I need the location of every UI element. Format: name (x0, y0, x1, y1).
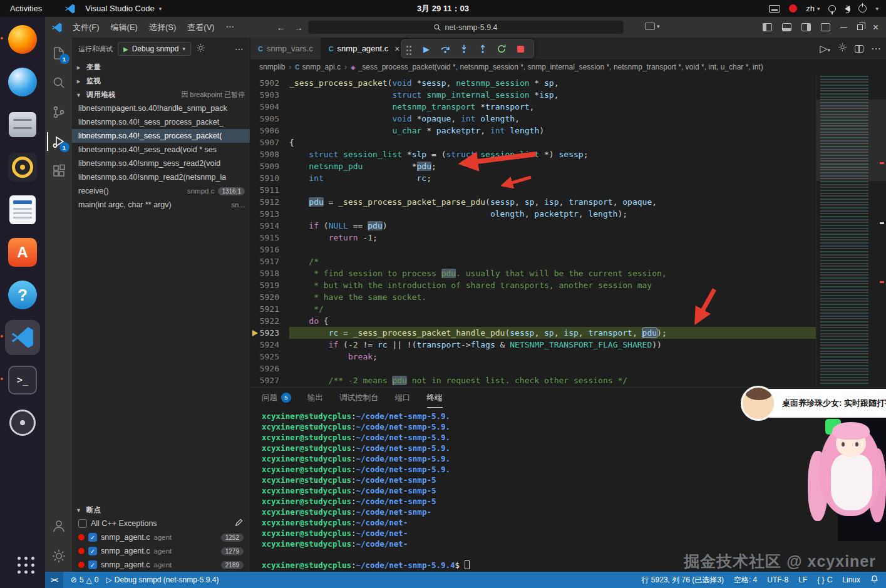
menu-item-0[interactable]: 文件(F) (68, 20, 105, 35)
panel-tab-问题[interactable]: 问题5 (262, 388, 291, 408)
restart-button[interactable] (496, 43, 507, 54)
debug-settings-gear-icon[interactable] (196, 43, 205, 54)
dock-item-terminal[interactable]: >_ (5, 363, 40, 398)
code-editor[interactable]: 5902_sess_process_packet(void *sessp, ne… (250, 75, 886, 387)
breadcrumb-item[interactable]: snmplib (259, 63, 285, 71)
cursor-position[interactable]: 行 5923, 列 76 (已选择3) (642, 575, 724, 585)
app-menu[interactable]: Visual Studio Code ▾ (52, 3, 168, 14)
breakpoint-item[interactable]: ✓snmp_agent.cagent1279 (72, 544, 250, 558)
section-breakpoints[interactable]: ▾ 断点 (72, 503, 250, 517)
toggle-panel-icon[interactable] (782, 23, 791, 31)
panel-tab-调试控制台[interactable]: 调试控制台 (339, 388, 379, 408)
search-icon[interactable] (47, 71, 71, 95)
gutter[interactable]: 5921 (250, 303, 289, 315)
callstack-frame[interactable]: libnetsnmp.so.40!snmp_read2(netsnmp_la (72, 170, 250, 184)
run-file-button[interactable]: ▷▾ (820, 43, 830, 54)
gutter[interactable]: 5922 (250, 315, 289, 327)
breakpoint-item[interactable]: ✓snmp_agent.cagent2189 (72, 558, 250, 572)
edit-pencil-icon[interactable] (234, 518, 244, 529)
callstack-frame[interactable]: libnetsnmp.so.40!_sess_process_packet( (72, 129, 250, 143)
language-status[interactable]: { } C (817, 575, 832, 584)
indentation-status[interactable]: 空格: 4 (734, 575, 757, 585)
callstack-frame[interactable]: libnetsnmpagent.so.40!handle_snmp_pack (72, 101, 250, 115)
encoding-status[interactable]: UTF-8 (767, 575, 788, 584)
forward-button[interactable]: → (294, 23, 303, 33)
step-into-button[interactable] (458, 43, 470, 54)
gutter[interactable]: 5904 (250, 101, 289, 113)
dock-item-chat[interactable] (5, 64, 40, 100)
notifications-bell-icon[interactable] (870, 575, 878, 585)
callstack-frame[interactable]: main(int argc, char ** argv)sn... (72, 198, 250, 212)
keyboard-icon[interactable] (769, 5, 780, 13)
gutter[interactable]: 5912 (250, 196, 289, 208)
callstack-frame[interactable]: libnetsnmp.so.40!_sess_read(void * ses (72, 143, 250, 157)
gutter[interactable]: 5905 (250, 113, 289, 125)
start-debug-icon[interactable]: ▶ (123, 46, 128, 53)
dock-item-firefox[interactable] (5, 22, 40, 57)
stop-button[interactable] (515, 43, 526, 54)
gutter[interactable]: 5926 (250, 363, 289, 374)
gutter[interactable]: 5907 (250, 137, 289, 148)
dock-item-writer[interactable] (5, 192, 40, 227)
split-editor-icon[interactable] (855, 45, 863, 53)
customize-layout-icon[interactable] (821, 23, 830, 31)
accounts-icon[interactable] (47, 514, 71, 538)
breadcrumb-item[interactable]: ◈_sess_process_packet(void *, netsnmp_se… (351, 63, 763, 71)
continue-button[interactable]: ▶ (421, 43, 432, 54)
input-language-indicator[interactable]: zh▾ (806, 4, 820, 13)
more-actions-icon[interactable]: ⋯ (871, 43, 881, 54)
dock-item-vscode[interactable] (5, 320, 40, 355)
panel-tab-端口[interactable]: 端口 (395, 388, 411, 408)
gutter[interactable]: 5909 (250, 160, 289, 172)
dock-item-screen-recorder[interactable] (5, 405, 40, 440)
breadcrumb-item[interactable]: Csnmp_api.c (295, 63, 341, 71)
dock-item-help[interactable]: ? (5, 277, 40, 312)
step-out-button[interactable] (477, 43, 488, 54)
volume-icon[interactable] (845, 6, 850, 12)
run-and-debug-icon[interactable]: 1 (47, 130, 71, 153)
minimap[interactable] (816, 75, 886, 387)
gutter[interactable]: 5915 (250, 232, 289, 244)
menu-item-4[interactable]: ⋯ (221, 20, 239, 35)
exceptions-checkbox[interactable] (78, 519, 87, 528)
menu-item-2[interactable]: 选择(S) (144, 20, 181, 35)
gutter[interactable]: 5914 (250, 220, 289, 232)
gutter[interactable]: 5924 (250, 339, 289, 351)
panel-tab-输出[interactable]: 输出 (307, 388, 323, 408)
breakpoint-item[interactable]: ✓snmp_agent.cagent1252 (72, 530, 250, 544)
gutter[interactable]: 5917 (250, 255, 289, 267)
debug-status[interactable]: ▷Debug snmpd (net-snmp-5.9.4) (106, 575, 219, 584)
dock-item-media-player[interactable] (5, 150, 40, 185)
problems-status[interactable]: ⊘5 △0 (71, 575, 99, 584)
gutter[interactable]: 5906 (250, 125, 289, 137)
section-variables[interactable]: ▸ 变量 (72, 60, 250, 74)
drag-handle-icon[interactable] (406, 46, 408, 48)
activities-button[interactable]: Activities (0, 4, 52, 13)
back-button[interactable]: ← (277, 23, 286, 33)
dock-item-files[interactable] (5, 107, 40, 142)
exceptions-row[interactable]: All C++ Exceptions (72, 517, 250, 530)
show-applications-button[interactable] (5, 544, 40, 579)
remote-window-button[interactable]: ▾ (645, 23, 660, 30)
gutter[interactable]: 5923 (250, 327, 289, 339)
eol-status[interactable]: LF (798, 575, 807, 584)
gutter[interactable]: 5919 (250, 279, 289, 291)
gutter[interactable]: 5910 (250, 172, 289, 184)
debug-config-dropdown[interactable]: ▶ Debug snmpd ▾ (118, 42, 191, 56)
terminal[interactable]: xcyxiner@studycplus:~/code/net-snmp-5.9.… (250, 408, 886, 572)
gutter[interactable]: 5925 (250, 351, 289, 363)
gutter[interactable]: 5903 (250, 89, 289, 101)
power-icon[interactable] (858, 4, 867, 13)
clock[interactable]: 3月 29 11：03 (417, 3, 469, 14)
remote-os-status[interactable]: Linux (842, 575, 860, 584)
toggle-sidebar-icon[interactable] (763, 23, 772, 31)
gutter[interactable]: 5916 (250, 244, 289, 255)
remote-indicator[interactable]: >< (45, 572, 63, 588)
more-actions-icon[interactable]: ⋯ (235, 44, 244, 54)
dock-item-app-center[interactable]: A (5, 235, 40, 270)
editor-settings-gear-icon[interactable] (838, 43, 847, 54)
callstack-frame[interactable]: receive()snmpd.c1316:1 (72, 184, 250, 198)
step-over-button[interactable] (440, 43, 451, 54)
explorer-icon[interactable]: 1 (47, 41, 71, 65)
command-center-search[interactable]: net-snmp-5.9.4 (307, 20, 624, 34)
